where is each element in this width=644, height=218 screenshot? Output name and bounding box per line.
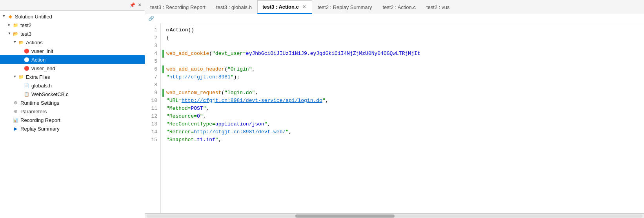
tab-label-tab1: test3 : Recording Report	[150, 4, 206, 10]
no-bar	[162, 34, 164, 42]
code-token-blue: application/json	[215, 120, 264, 128]
vuser-icon: 🔴	[24, 65, 30, 71]
code-token-default: Action	[170, 26, 188, 34]
code-token-orange: web_add_cookie	[166, 50, 209, 58]
expand-arrow-test3[interactable]: ▼	[7, 31, 12, 36]
no-bar	[162, 97, 164, 105]
code-token-link: http://cfgjt.cn:8981/devt-service/api/lo…	[182, 97, 322, 105]
replay-icon: ▶	[13, 125, 19, 132]
code-token-green: "Snapshot=	[166, 136, 197, 144]
code-token-default: ,	[289, 128, 292, 136]
sidebar-item-action[interactable]: 🔴Action	[0, 55, 145, 64]
sidebar-tree: ▼◈Solution Untitled►📁test2▼📂test3▼📂Actio…	[0, 11, 145, 218]
sidebar-label-replay_summary: Replay Summary	[20, 126, 60, 132]
code-token-default: (	[209, 50, 212, 58]
code-token-default: {	[166, 34, 169, 42]
scroll-track[interactable]	[147, 214, 642, 218]
no-bar	[162, 81, 164, 89]
line-num-15: 15	[145, 136, 160, 144]
code-area[interactable]: 123456789101112131415 ⊟Action(){web_add_…	[145, 23, 644, 213]
code-line-3	[161, 42, 644, 50]
sidebar-item-vuser_init[interactable]: 🔴vuser_init	[0, 47, 145, 55]
code-token-green: "devt_user=	[212, 50, 246, 58]
code-token-green: "Referer=	[166, 128, 194, 136]
line-num-2: 2	[145, 34, 160, 42]
expand-arrow-recording_report	[7, 118, 12, 122]
line-num-12: 12	[145, 113, 160, 120]
coverage-bar	[162, 50, 164, 58]
sidebar-item-vuser_end[interactable]: 🔴vuser_end	[0, 64, 145, 73]
report-icon: 📊	[13, 117, 19, 123]
close-icon[interactable]: ✕	[138, 2, 142, 8]
code-token-blue: 0	[197, 113, 200, 120]
no-bar	[162, 42, 164, 50]
coverage-bar	[162, 89, 164, 97]
code-line-14: "Referer=http://cfgjt.cn:8981/devt-web/"…	[161, 128, 644, 136]
collapse-icon[interactable]: ⊟	[166, 26, 169, 34]
tab-tab3[interactable]: test3 : Action.c✕	[257, 0, 312, 14]
tab-tab2[interactable]: test3 : globals.h	[211, 0, 257, 14]
sidebar-label-vuser_end: vuser_end	[31, 65, 55, 71]
no-bar	[162, 73, 164, 81]
sidebar-item-test2[interactable]: ►📁test2	[0, 21, 145, 29]
code-token-default: ,	[267, 120, 270, 128]
sidebar-item-solution[interactable]: ▼◈Solution Untitled	[0, 12, 145, 21]
line-num-8: 8	[145, 81, 160, 89]
sidebar-label-globals_h: globals.h	[31, 83, 52, 89]
ws-file-icon: 📋	[24, 91, 30, 97]
pin-icon[interactable]: 📌	[129, 2, 135, 8]
expand-arrow-extra_files[interactable]: ▼	[13, 74, 17, 79]
code-token-orange: web_add_auto_header	[166, 65, 224, 73]
code-line-1: ⊟Action()	[161, 26, 644, 34]
code-editor: 🔗 123456789101112131415 ⊟Action(){web_ad…	[145, 14, 644, 218]
tab-close-tab3[interactable]: ✕	[301, 4, 307, 10]
code-line-4: web_add_cookie("devt_user=eyJhbGciOiJIUz…	[161, 50, 644, 58]
tab-tab1[interactable]: test3 : Recording Report	[145, 0, 211, 14]
sidebar-item-extra_files[interactable]: ▼📁Extra Files	[0, 73, 145, 81]
code-token-default: ,	[255, 89, 258, 97]
solution-icon: ◈	[7, 13, 13, 20]
expand-arrow-actions[interactable]: ▼	[13, 40, 17, 45]
tab-tab5[interactable]: test2 : Action.c	[377, 0, 421, 14]
code-token-green: "	[200, 113, 203, 120]
expand-arrow-action	[18, 57, 23, 62]
sidebar-item-globals_h[interactable]: 📄globals.h	[0, 81, 145, 90]
sidebar-label-extra_files: Extra Files	[26, 74, 50, 80]
sidebar-label-actions: Actions	[26, 40, 43, 45]
code-token-default: ,	[203, 113, 206, 120]
code-token-green: "Origin"	[227, 65, 252, 73]
sidebar-item-actions[interactable]: ▼📂Actions	[0, 38, 145, 47]
no-bar	[162, 58, 164, 65]
line-numbers: 123456789101112131415	[145, 23, 161, 213]
no-bar	[162, 120, 164, 128]
code-line-2: {	[161, 34, 644, 42]
line-num-9: 9	[145, 89, 160, 97]
code-token-green: "	[166, 73, 169, 81]
sidebar-label-websocketcb: WebSocketCB.c	[31, 91, 68, 97]
sidebar-item-websocketcb[interactable]: 📋WebSocketCB.c	[0, 90, 145, 98]
tabs-bar: test3 : Recording Reporttest3 : globals.…	[145, 0, 644, 14]
sidebar-item-runtime_settings[interactable]: ⚙Runtime Settings	[0, 98, 145, 107]
sidebar-header-icons: 📌 ✕	[129, 2, 142, 8]
expand-arrow-vuser_init	[18, 49, 23, 53]
sidebar-item-replay_summary[interactable]: ▶Replay Summary	[0, 124, 145, 133]
main-area: test3 : Recording Reporttest3 : globals.…	[145, 0, 644, 218]
tab-tab6[interactable]: test2 : vus	[421, 0, 455, 14]
tab-tab4[interactable]: test2 : Replay Summary	[313, 0, 377, 14]
sidebar-item-parameters[interactable]: ⚙Parameters	[0, 107, 145, 116]
code-line-10: "URL=http://cfgjt.cn:8981/devt-service/a…	[161, 97, 644, 105]
expand-arrow-test2[interactable]: ►	[7, 23, 12, 27]
horizontal-scrollbar[interactable]	[145, 213, 644, 218]
code-line-6: web_add_auto_header("Origin",	[161, 65, 644, 73]
expand-arrow-globals_h	[18, 83, 23, 88]
expand-arrow-runtime_settings	[7, 100, 12, 105]
sidebar-item-test3[interactable]: ▼📂test3	[0, 29, 145, 38]
settings-icon: ⚙	[13, 100, 19, 106]
code-token-default: ,	[206, 105, 209, 113]
code-line-8	[161, 81, 644, 89]
expand-arrow-solution[interactable]: ▼	[2, 14, 6, 19]
scroll-thumb[interactable]	[295, 214, 395, 218]
folder-open-icon: 📂	[18, 39, 24, 45]
folder-open-icon: 📂	[13, 31, 19, 37]
sidebar-item-recording_report[interactable]: 📊Recording Report	[0, 116, 145, 124]
